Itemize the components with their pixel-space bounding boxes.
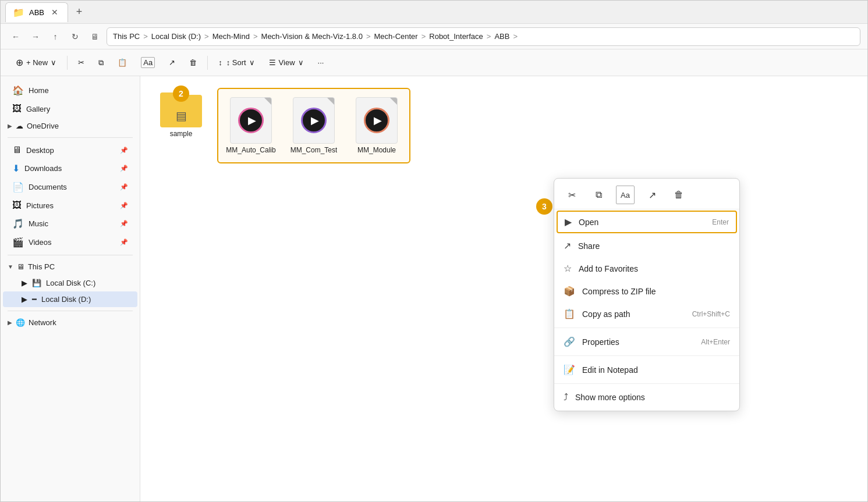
active-tab[interactable]: 📁 ABB ✕ xyxy=(5,2,68,22)
ctx-properties-shortcut: Alt+Enter xyxy=(701,338,730,346)
refresh-button[interactable]: ↻ xyxy=(67,29,83,45)
file-item-mm-module[interactable]: ▶ MM_Module xyxy=(348,92,406,159)
new-tab-button[interactable]: + xyxy=(70,3,88,21)
onedrive-icon: ☁ xyxy=(16,122,23,130)
file-corner-3 xyxy=(390,98,397,105)
share-button[interactable]: ↗ xyxy=(163,53,181,73)
ctx-open-item[interactable]: ▶ Open Enter xyxy=(557,211,737,233)
view-switcher-button[interactable]: 🖥 xyxy=(87,29,103,45)
pin-icon-music: 📌 xyxy=(120,220,128,227)
sidebar-item-onedrive[interactable]: ▶ ☁ OneDrive xyxy=(3,118,137,134)
ctx-share-button[interactable]: ↗ xyxy=(643,186,661,204)
view-icon: ☰ xyxy=(269,58,276,67)
file-thumb-2: ▶ xyxy=(293,97,335,144)
view-button[interactable]: ☰ View ∨ xyxy=(263,53,310,73)
tab-title: ABB xyxy=(29,8,44,17)
new-label: + New xyxy=(26,58,48,67)
local-c-icon: 💾 xyxy=(32,279,41,287)
sidebar-home-label: Home xyxy=(29,86,49,95)
file-explorer-window: 📁 ABB ✕ + ← → ↑ ↻ 🖥 This PC > Local Disk… xyxy=(0,0,868,502)
selected-files-group: ▶ MM_Auto_Calib ▶ MM_Com_Te xyxy=(217,88,410,163)
ctx-compress-label: Compress to ZIP file xyxy=(582,287,730,296)
ctx-cut-button[interactable]: ✂ xyxy=(562,186,581,204)
new-button[interactable]: ⊕ + New ∨ xyxy=(10,53,62,73)
main-area: 🏠 Home 🖼 Gallery ▶ ☁ OneDrive 🖥 Desktop … xyxy=(1,76,867,501)
ctx-share-item[interactable]: ↗ Share xyxy=(554,234,739,257)
sidebar-item-music[interactable]: 🎵 Music 📌 xyxy=(3,215,137,233)
breadcrumb-abb[interactable]: ABB xyxy=(494,32,509,41)
ctx-favorites-icon: ☆ xyxy=(564,263,572,274)
ctx-share-label: Share xyxy=(578,241,730,251)
ctx-copy-path-icon: 📋 xyxy=(564,308,575,319)
delete-button[interactable]: 🗑 xyxy=(183,53,203,73)
sidebar-item-this-pc[interactable]: ▼ 🖥 This PC xyxy=(3,259,137,275)
ctx-favorites-item[interactable]: ☆ Add to Favorites xyxy=(554,257,739,280)
sidebar-item-videos[interactable]: 🎬 Videos 📌 xyxy=(3,233,137,251)
ctx-copy-button[interactable]: ⧉ xyxy=(589,186,608,204)
breadcrumb-mechmind[interactable]: Mech-Mind xyxy=(212,32,250,41)
file-corner-2 xyxy=(327,98,334,105)
file-item-mm-auto-calib[interactable]: ▶ MM_Auto_Calib xyxy=(222,92,280,159)
ctx-copy-path-item[interactable]: 📋 Copy as path Ctrl+Shift+C xyxy=(554,302,739,325)
rename-button[interactable]: Aa xyxy=(135,53,161,73)
up-button[interactable]: ↑ xyxy=(47,29,63,45)
sidebar-divider-1 xyxy=(8,137,133,138)
sidebar-item-local-c[interactable]: ▶ 💾 Local Disk (C:) xyxy=(3,275,137,291)
breadcrumb-robot-interface[interactable]: Robot_Interface xyxy=(429,32,483,41)
tab-folder-icon: 📁 xyxy=(13,7,24,18)
files-container: ▤ sample ▶ MM_Au xyxy=(152,88,856,163)
sidebar-item-desktop[interactable]: 🖥 Desktop 📌 xyxy=(3,141,137,159)
documents-icon: 📄 xyxy=(12,181,24,193)
sidebar-item-gallery[interactable]: 🖼 Gallery xyxy=(3,100,137,118)
ctx-favorites-label: Add to Favorites xyxy=(579,264,730,273)
address-bar[interactable]: This PC > Local Disk (D:) > Mech-Mind > … xyxy=(107,27,860,46)
pin-icon-desktop: 📌 xyxy=(120,147,128,154)
breadcrumb-sep-4: > xyxy=(366,32,371,41)
sidebar-divider-2 xyxy=(8,255,133,255)
ctx-more-options-item[interactable]: ⤴ Show more options xyxy=(554,386,739,408)
sidebar-item-local-d[interactable]: ▶ ━ Local Disk (D:) xyxy=(3,291,137,307)
tab-close-button[interactable]: ✕ xyxy=(49,6,61,18)
sidebar-item-downloads[interactable]: ⬇ Downloads 📌 xyxy=(3,159,137,177)
ctx-properties-item[interactable]: 🔗 Properties Alt+Enter xyxy=(554,330,739,353)
ctx-notepad-label: Edit in Notepad xyxy=(582,365,730,375)
sidebar-documents-label: Documents xyxy=(29,183,67,191)
breadcrumb-mechcenter[interactable]: Mech-Center xyxy=(374,32,418,41)
paste-button[interactable]: 📋 xyxy=(112,53,133,73)
breadcrumb-local-d[interactable]: Local Disk (D:) xyxy=(151,32,201,41)
sidebar-item-pictures[interactable]: 🖼 Pictures 📌 xyxy=(3,197,137,214)
sidebar-item-documents[interactable]: 📄 Documents 📌 xyxy=(3,178,137,196)
sidebar: 🏠 Home 🖼 Gallery ▶ ☁ OneDrive 🖥 Desktop … xyxy=(1,76,140,501)
ctx-compress-item[interactable]: 📦 Compress to ZIP file xyxy=(554,280,739,302)
sidebar-network-label: Network xyxy=(29,318,56,327)
breadcrumb-sep-7: > xyxy=(513,32,518,41)
forward-button[interactable]: → xyxy=(27,29,44,45)
ctx-open-label: Open xyxy=(579,218,705,227)
sidebar-item-network[interactable]: ▶ 🌐 Network xyxy=(3,315,137,330)
sort-icon: ↕ xyxy=(218,58,222,67)
file-item-mm-com-test[interactable]: ▶ MM_Com_Test xyxy=(285,92,343,159)
sidebar-desktop-label: Desktop xyxy=(26,146,54,155)
breadcrumb-mechvision[interactable]: Mech-Vision & Mech-Viz-1.8.0 xyxy=(261,32,363,41)
cut-icon: ✂ xyxy=(78,58,84,67)
breadcrumb-this-pc[interactable]: This PC xyxy=(113,32,140,41)
copy-button[interactable]: ⧉ xyxy=(93,53,109,73)
sidebar-downloads-label: Downloads xyxy=(24,164,62,173)
ctx-rename-button[interactable]: Aa xyxy=(616,186,635,204)
ctx-delete-button[interactable]: 🗑 xyxy=(669,186,688,204)
ctx-notepad-item[interactable]: 📝 Edit in Notepad xyxy=(554,358,739,381)
sort-button[interactable]: ↕ ↕ Sort ∨ xyxy=(212,53,260,73)
breadcrumb-sep-2: > xyxy=(204,32,209,41)
ctx-compress-icon: 📦 xyxy=(564,286,575,297)
sidebar-item-home[interactable]: 🏠 Home xyxy=(3,81,137,99)
sort-dropdown-icon: ∨ xyxy=(249,58,255,67)
pictures-icon: 🖼 xyxy=(12,200,22,211)
ctx-divider-3 xyxy=(554,383,739,384)
more-button[interactable]: ··· xyxy=(312,53,330,73)
back-button[interactable]: ← xyxy=(8,29,24,45)
cut-button[interactable]: ✂ xyxy=(72,53,90,73)
new-dropdown-icon: ∨ xyxy=(51,58,56,67)
file-label-1: MM_Auto_Calib xyxy=(226,146,275,154)
local-d-icon: ━ xyxy=(32,295,37,304)
sidebar-onedrive-label: OneDrive xyxy=(27,122,59,130)
